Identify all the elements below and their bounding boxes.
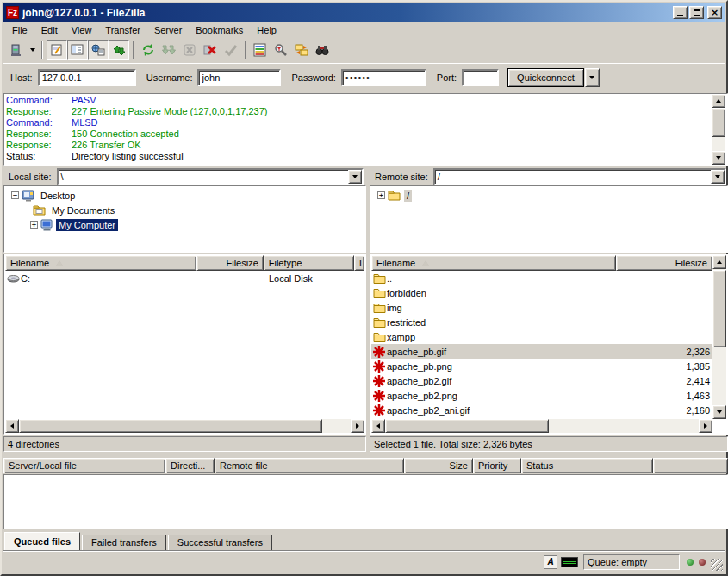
menu-bookmarks[interactable]: Bookmarks — [189, 23, 250, 37]
menu-file[interactable]: File — [5, 23, 34, 37]
minimize-button[interactable] — [673, 6, 688, 19]
scroll-up-button[interactable] — [712, 94, 725, 108]
column-filetype[interactable]: Filetype — [264, 255, 354, 271]
menu-edit[interactable]: Edit — [34, 23, 65, 37]
column-last-modified[interactable]: L — [354, 255, 364, 271]
tab-queued-files[interactable]: Queued files — [4, 532, 80, 550]
remote-list-vscrollbar[interactable] — [712, 255, 726, 419]
refresh-button[interactable] — [138, 40, 159, 60]
menu-transfer[interactable]: Transfer — [98, 23, 147, 37]
file-row-c-drive[interactable]: C: Local Disk — [5, 271, 366, 285]
titlebar[interactable]: Fz john@127.0.0.1 - FileZilla × — [3, 3, 725, 22]
message-log[interactable]: Command:PASV Response:227 Entering Passi… — [3, 93, 728, 166]
tab-failed-transfers[interactable]: Failed transfers — [82, 535, 166, 550]
file-row[interactable]: apache_pb2.png 1,463 — [371, 388, 713, 403]
scrollbar-thumb[interactable] — [385, 419, 549, 433]
local-file-list[interactable]: Filename Filesize Filetype L C: Local Di… — [3, 254, 366, 435]
tree-item-root[interactable]: + / — [370, 188, 727, 203]
local-list-hscrollbar[interactable] — [5, 419, 364, 433]
scroll-left-button[interactable] — [5, 419, 19, 433]
toggle-message-log-button[interactable] — [47, 40, 67, 60]
remote-list-hscrollbar[interactable] — [371, 419, 712, 433]
column-filename[interactable]: Filename — [371, 255, 616, 271]
scrollbar-thumb[interactable] — [712, 108, 725, 137]
combo-dropdown-button[interactable] — [348, 170, 362, 184]
menu-server[interactable]: Server — [147, 23, 189, 37]
remote-file-list[interactable]: Filename Filesize .. forbidden img restr — [370, 254, 728, 435]
scrollbar-thumb[interactable] — [19, 419, 322, 433]
column-size[interactable]: Size — [404, 458, 473, 473]
process-queue-button[interactable] — [159, 40, 179, 60]
tree-item-desktop[interactable]: − Desktop — [4, 188, 365, 203]
file-row[interactable]: img — [371, 300, 713, 315]
combo-dropdown-button[interactable] — [711, 170, 725, 184]
local-tree-icon — [71, 43, 84, 57]
remote-tree[interactable]: + / — [370, 185, 728, 253]
synchronized-browsing-button[interactable] — [291, 40, 312, 60]
filename-filters-button[interactable] — [271, 40, 291, 60]
file-row[interactable]: apache_pb2_ani.gif 2,160 — [371, 403, 713, 417]
file-row[interactable]: forbidden — [371, 285, 713, 300]
quickconnect-button[interactable]: Quickconnect — [507, 68, 584, 87]
expand-expander[interactable]: + — [377, 191, 385, 199]
column-remote-file[interactable]: Remote file — [215, 458, 404, 473]
scroll-up-button[interactable] — [712, 255, 726, 269]
menu-help[interactable]: Help — [250, 23, 283, 37]
log-scrollbar[interactable] — [712, 94, 725, 165]
toggle-transfer-queue-button[interactable] — [109, 40, 129, 60]
scrollbar-thumb[interactable] — [712, 270, 726, 347]
cancel-operation-button[interactable] — [179, 40, 200, 60]
tree-item-label: My Computer — [56, 219, 118, 231]
queue-list[interactable] — [3, 474, 728, 529]
password-input[interactable] — [341, 69, 426, 86]
file-row-selected[interactable]: apache_pb.gif 2,326 — [371, 344, 713, 359]
column-priority[interactable]: Priority — [473, 458, 521, 473]
file-row[interactable]: apache_pb.png 1,385 — [371, 359, 713, 373]
port-input[interactable] — [462, 69, 499, 86]
column-filesize[interactable]: Filesize — [196, 255, 263, 271]
close-button[interactable]: × — [707, 6, 722, 19]
directory-comparison-button[interactable] — [250, 40, 271, 60]
toggle-local-tree-button[interactable] — [67, 40, 88, 60]
column-filename[interactable]: Filename — [5, 255, 196, 271]
menu-view[interactable]: View — [65, 23, 99, 37]
tree-item-my-computer[interactable]: + My Computer — [4, 217, 365, 232]
disconnect-button[interactable] — [200, 40, 221, 60]
local-tree[interactable]: − Desktop My Documents + My Computer — [3, 185, 366, 253]
remote-site-combo[interactable]: / — [433, 168, 726, 185]
username-input[interactable] — [197, 69, 281, 86]
quickconnect-dropdown-button[interactable] — [585, 68, 600, 87]
speed-limit-icon[interactable] — [561, 557, 578, 567]
maximize-button[interactable] — [689, 6, 704, 19]
apache-image-file-icon — [371, 404, 387, 416]
site-manager-dropdown-button[interactable] — [27, 40, 38, 60]
column-status[interactable]: Status — [521, 458, 653, 473]
site-manager-button[interactable] — [6, 40, 27, 60]
folder-icon — [371, 317, 387, 328]
toggle-remote-tree-button[interactable] — [88, 40, 109, 60]
collapse-expander[interactable]: − — [11, 191, 19, 199]
scroll-down-button[interactable] — [712, 151, 725, 165]
host-input[interactable] — [38, 69, 136, 86]
apache-image-file-icon — [371, 390, 387, 402]
file-row[interactable]: restricted — [371, 315, 713, 329]
column-direction[interactable]: Directi... — [165, 458, 215, 473]
scroll-right-button[interactable] — [699, 419, 712, 433]
file-row[interactable]: .. — [371, 271, 713, 285]
file-row[interactable]: apache_pb2.gif 2,414 — [371, 373, 713, 388]
tab-successful-transfers[interactable]: Successful transfers — [168, 535, 272, 550]
resize-grip[interactable] — [711, 559, 723, 571]
find-files-button[interactable] — [312, 40, 333, 60]
scroll-left-button[interactable] — [371, 419, 385, 433]
local-site-combo[interactable]: \ — [57, 168, 364, 185]
column-server-local-file[interactable]: Server/Local file — [3, 458, 165, 473]
scroll-right-button[interactable] — [351, 419, 364, 433]
expand-expander[interactable]: + — [30, 221, 38, 229]
local-list-rows: C: Local Disk — [5, 271, 366, 285]
data-type-indicator-icon[interactable]: A — [544, 555, 557, 569]
scroll-down-button[interactable] — [712, 405, 726, 419]
column-filesize[interactable]: Filesize — [616, 255, 712, 271]
reconnect-button[interactable] — [221, 40, 241, 60]
tree-item-my-documents[interactable]: My Documents — [4, 203, 365, 217]
file-row[interactable]: xampp — [371, 329, 713, 344]
